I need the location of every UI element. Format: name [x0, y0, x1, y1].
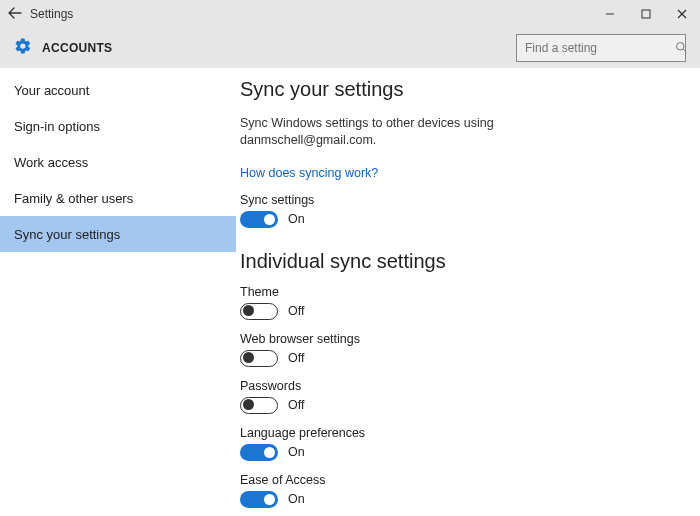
- section-title: Individual sync settings: [240, 250, 676, 273]
- maximize-button[interactable]: [628, 0, 664, 28]
- gear-icon: [14, 37, 42, 59]
- svg-line-5: [683, 49, 686, 52]
- minimize-button[interactable]: [592, 0, 628, 28]
- sidebar-item-your-account[interactable]: Your account: [0, 72, 236, 108]
- sync-settings-toggle[interactable]: [240, 211, 278, 228]
- svg-rect-1: [642, 10, 650, 18]
- sidebar-item-family-other-users[interactable]: Family & other users: [0, 180, 236, 216]
- language-state: On: [288, 445, 305, 459]
- header: ACCOUNTS: [0, 28, 700, 68]
- web-browser-label: Web browser settings: [240, 332, 676, 346]
- sidebar-item-work-access[interactable]: Work access: [0, 144, 236, 180]
- search-icon: [675, 39, 687, 57]
- sidebar: Your account Sign-in options Work access…: [0, 68, 236, 516]
- language-toggle[interactable]: [240, 444, 278, 461]
- theme-toggle[interactable]: [240, 303, 278, 320]
- theme-label: Theme: [240, 285, 676, 299]
- passwords-toggle[interactable]: [240, 397, 278, 414]
- page-header-title: ACCOUNTS: [42, 41, 112, 55]
- master-toggle-label: Sync settings: [240, 193, 676, 207]
- sync-settings-state: On: [288, 212, 305, 226]
- svg-point-4: [677, 43, 685, 51]
- titlebar: Settings: [0, 0, 700, 28]
- web-browser-toggle[interactable]: [240, 350, 278, 367]
- passwords-label: Passwords: [240, 379, 676, 393]
- page-description: Sync Windows settings to other devices u…: [240, 115, 520, 149]
- back-button[interactable]: [0, 6, 30, 22]
- ease-of-access-label: Ease of Access: [240, 473, 676, 487]
- theme-state: Off: [288, 304, 304, 318]
- content-pane: Sync your settings Sync Windows settings…: [236, 68, 700, 516]
- language-label: Language preferences: [240, 426, 676, 440]
- ease-of-access-state: On: [288, 492, 305, 506]
- web-browser-state: Off: [288, 351, 304, 365]
- page-title: Sync your settings: [240, 78, 676, 101]
- close-button[interactable]: [664, 0, 700, 28]
- sidebar-item-sync-your-settings[interactable]: Sync your settings: [0, 216, 236, 252]
- passwords-state: Off: [288, 398, 304, 412]
- sidebar-item-sign-in-options[interactable]: Sign-in options: [0, 108, 236, 144]
- help-link[interactable]: How does syncing work?: [240, 166, 378, 180]
- search-box[interactable]: [516, 34, 686, 62]
- search-input[interactable]: [525, 41, 675, 55]
- ease-of-access-toggle[interactable]: [240, 491, 278, 508]
- window-title: Settings: [30, 7, 73, 21]
